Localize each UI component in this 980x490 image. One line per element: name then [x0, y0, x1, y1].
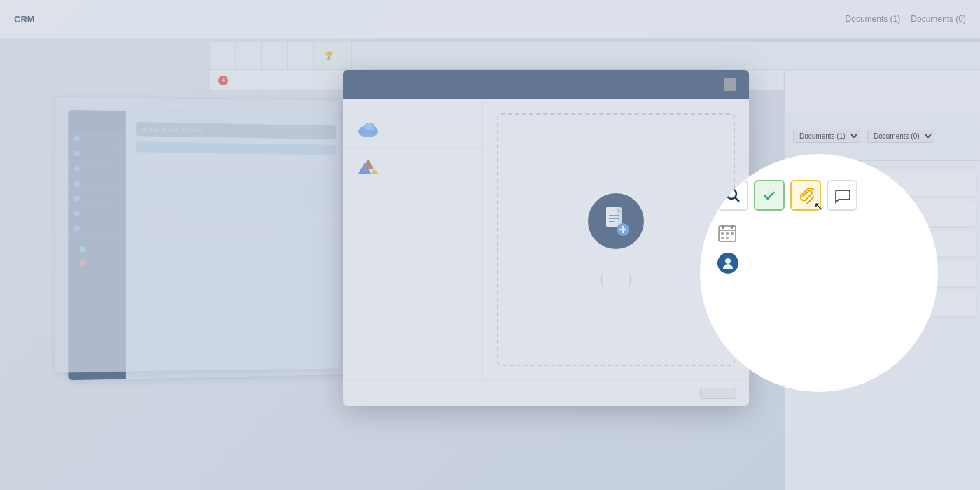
svg-rect-30	[731, 232, 734, 234]
svg-rect-27	[731, 225, 733, 229]
screen-layer-mid	[54, 96, 341, 372]
svg-point-6	[365, 122, 372, 130]
modal-body	[343, 99, 749, 380]
pipeline-header: 🏆	[210, 42, 980, 70]
documents-dropdown-2[interactable]: Documents (0)	[867, 130, 934, 143]
cloud-upload-icon	[357, 122, 379, 139]
nav-item[interactable]: Documents (0)	[911, 14, 966, 24]
spotlight-chat-button[interactable]	[827, 180, 858, 211]
svg-rect-13	[606, 207, 617, 227]
svg-point-33	[725, 258, 731, 264]
svg-rect-28	[721, 232, 724, 234]
svg-rect-29	[726, 232, 729, 234]
top-navigation: CRM Documents (1) Documents (0)	[0, 0, 980, 38]
google-drive-icon	[357, 158, 379, 175]
stage-committment	[288, 42, 314, 69]
svg-rect-31	[721, 237, 724, 239]
google-drive-option[interactable]	[343, 151, 482, 182]
attach-document-modal	[343, 70, 749, 406]
documents-dropdown-1[interactable]: Documents (1)	[793, 130, 860, 143]
svg-line-22	[735, 197, 739, 202]
modal-left-panel	[343, 99, 483, 380]
modal-footer	[343, 380, 749, 406]
upload-a-document-button[interactable]	[601, 274, 631, 286]
upload-circle-icon	[588, 193, 644, 249]
calendar-icon	[718, 223, 737, 247]
spotlight-attach-button[interactable]: ↖	[790, 180, 821, 211]
stage-proposal	[236, 42, 262, 69]
svg-rect-26	[722, 225, 724, 229]
nav-item[interactable]: Documents (1)	[846, 14, 901, 24]
spotlight-closing-row	[718, 222, 920, 247]
spotlight-admin-training: ↖	[700, 154, 938, 392]
upload-document-option[interactable]	[343, 113, 482, 148]
svg-marker-10	[371, 169, 378, 174]
stage-scope	[210, 42, 236, 69]
stacked-screens-bg: ✦ Add ⊕ Edit ✕ Delete	[42, 84, 364, 406]
app-logo: CRM	[14, 14, 35, 24]
spotlight-icons-row: ↖	[718, 180, 920, 211]
modal-close-footer-button[interactable]	[700, 388, 736, 399]
spotlight-sales-unit-row	[718, 253, 920, 274]
stage-closed: 🏆	[314, 42, 352, 69]
person-icon	[718, 253, 738, 274]
modal-close-button[interactable]	[724, 78, 736, 91]
stage-negotiating	[262, 42, 288, 69]
spotlight-check-button[interactable]	[754, 180, 785, 211]
svg-rect-32	[726, 237, 729, 239]
modal-drop-zone[interactable]	[497, 113, 735, 366]
modal-header	[343, 70, 749, 99]
